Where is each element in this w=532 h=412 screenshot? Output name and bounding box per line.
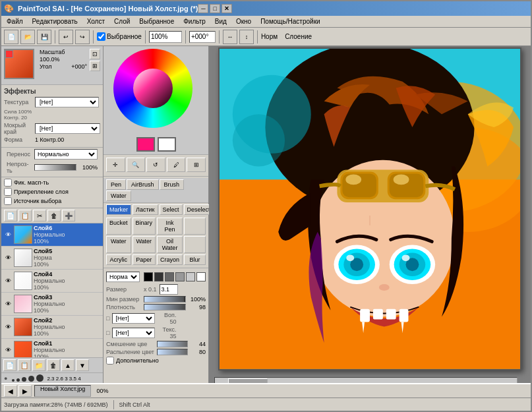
minsize-bar[interactable] [144,296,186,303]
layer-group-btn[interactable]: 📁 [32,359,45,371]
menu-canvas[interactable]: Холст [83,17,109,26]
layer-dup-btn[interactable]: 📋 [18,359,31,371]
size-input[interactable] [160,284,178,295]
taskbar-item-0[interactable]: Новый Холст.jpg [34,385,91,397]
color-wheel-inner[interactable] [133,69,173,108]
tool-inkpen[interactable]: Ink Pen [157,218,183,235]
menu-filter[interactable]: Фильтр [179,17,210,26]
layer-item-3[interactable]: 👁 Слой3 Нормально 100% [1,293,103,316]
dropper-tool[interactable]: 🖊 [167,158,186,172]
layer-down-btn[interactable]: ▼ [76,359,89,371]
colorscatter-bar[interactable] [157,349,188,355]
mokriy-dropdown[interactable]: [Нет] [35,123,100,134]
menu-selected[interactable]: Выбранное [135,17,178,26]
tool-8[interactable] [184,236,206,253]
layer-eye-2[interactable]: 👁 [3,276,13,285]
layer-del-btn[interactable]: 🗑 [47,359,60,371]
fiks-checkbox[interactable] [4,179,12,187]
brush-dot-5[interactable] [36,374,44,382]
move-tool[interactable]: ✛ [106,158,125,172]
layer-eye-3[interactable]: 👁 [3,299,13,309]
menu-file[interactable]: Файл [3,17,27,26]
istoch-checkbox[interactable] [4,197,12,205]
toolbar-undo[interactable]: ↩ [59,30,73,44]
tool-icon-4[interactable]: 🗑 [47,210,61,221]
tool-icon-2[interactable]: 📋 [18,210,32,221]
perenos-dropdown[interactable]: Нормально [34,149,98,160]
subtab-select[interactable]: Select [160,204,183,215]
layer-up-btn[interactable]: ▲ [61,359,74,371]
taskbar-next[interactable]: ▶ [18,385,32,397]
minimize-button[interactable]: ─ [198,4,208,13]
menu-layer[interactable]: Слой [110,17,134,26]
brush-dot-4[interactable] [28,376,34,382]
layer-eye-4[interactable]: 👁 [3,322,13,332]
density-bar[interactable] [144,304,186,310]
layer-item-1[interactable]: 👁 Слой5 Норма 100% [1,247,103,270]
tool-tab-pen[interactable]: Pen [106,179,126,190]
menu-edit[interactable]: Редактировать [28,17,82,26]
opacity-bar[interactable] [34,164,76,171]
color-wheel[interactable] [113,49,192,128]
layer-eye-5[interactable]: 👁 [3,345,13,355]
selected-checkbox[interactable] [97,32,105,41]
zoom-fit-button[interactable]: ⊡ [90,49,100,59]
swatch-1[interactable] [154,272,163,281]
h-scrollbar-thumb[interactable] [228,378,268,384]
toolbar-redo[interactable]: ↪ [75,30,90,44]
brush-mode-dropdown[interactable]: Норма [106,272,140,282]
tool-crayon[interactable]: Crayon [157,254,183,265]
angle-input[interactable] [189,31,216,43]
toolbar-save[interactable]: 💾 [37,30,51,44]
layer-item-2[interactable]: 👁 Слой4 Нормально 100% [1,270,103,293]
swatch-5[interactable] [196,272,206,281]
prikr-checkbox[interactable] [4,188,12,196]
tool-bucket[interactable]: Bucket [106,218,131,235]
tool-oilwater[interactable]: Oil Water [157,236,183,253]
close-button[interactable]: ✕ [222,4,232,13]
swatch-4[interactable] [186,272,195,281]
tool-acrylic[interactable]: Acrylic [106,254,131,265]
brush-dot-3[interactable] [22,377,26,382]
tool-binary[interactable]: Binary [133,218,156,235]
colormix-bar[interactable] [157,341,188,347]
background-color[interactable] [158,137,176,152]
brush-dot-1[interactable] [12,379,15,382]
tool-icon-1[interactable]: 📄 [4,210,17,221]
swatch-3[interactable] [175,272,185,281]
layer-item-0[interactable]: 👁 Слой6 Нормально 100% [1,223,103,247]
layer-eye-1[interactable]: 👁 [3,253,13,262]
layer-new-btn[interactable]: 📄 [3,359,16,371]
zoom-input[interactable] [149,31,182,43]
tool-tab-airbrush[interactable]: AirBrush [127,179,159,190]
tool-tab-water[interactable]: Water [106,191,131,201]
tool-icon-3[interactable]: ✂ [33,210,46,221]
flip-v-button[interactable]: ↕ [239,30,254,44]
swatch-0[interactable] [144,272,153,281]
layer-eye-0[interactable]: 👁 [3,230,13,239]
misc-tool[interactable]: ⊞ [187,158,206,172]
zoom-tool[interactable]: 🔍 [127,158,146,172]
flip-h-button[interactable]: ↔ [223,30,237,44]
tool-icon-5[interactable]: ➕ [62,210,75,221]
taskbar-prev[interactable]: ◀ [4,385,17,397]
foreground-color[interactable] [136,137,155,152]
layer-item-4[interactable]: 👁 Слой2 Нормально 100% [1,316,103,339]
toolbar-open[interactable]: 📂 [20,30,35,44]
texture2-dropdown[interactable]: [Нет] [112,328,155,338]
h-scrollbar[interactable] [214,377,517,384]
rotate-tool[interactable]: ↺ [146,158,165,172]
subtab-marker[interactable]: Marker [106,204,131,215]
menu-window[interactable]: Окно [232,17,255,26]
tool-paper[interactable]: Paper [133,254,156,265]
menu-view[interactable]: Вид [211,17,231,26]
tool-4[interactable] [184,218,206,235]
maximize-button[interactable]: □ [210,4,220,13]
brush-dot-2[interactable] [16,378,20,382]
zoom-100-button[interactable]: ⊞ [90,61,100,71]
additional-checkbox[interactable] [106,357,114,365]
layer-item-5[interactable]: 👁 Слой1 Нормально 100% [1,339,103,357]
toolbar-new[interactable]: 📄 [4,30,18,44]
tool-water2[interactable]: Water [133,236,156,253]
subtab-eraser[interactable]: Ластик [133,204,158,215]
